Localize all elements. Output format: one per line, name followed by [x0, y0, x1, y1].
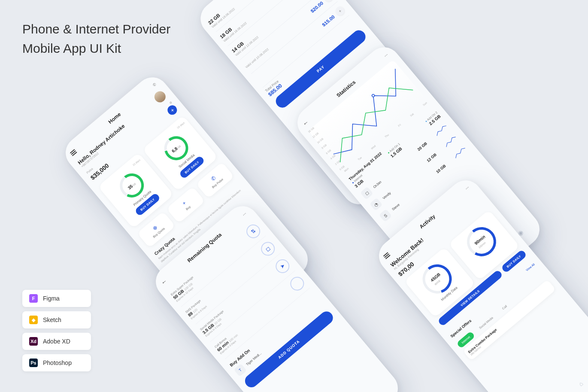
tool-icon: ◆ [29, 316, 38, 324]
days-left: 22 days [132, 158, 141, 166]
tool-item: F Figma [22, 290, 91, 307]
more-icon[interactable]: ⋯ [241, 211, 248, 217]
title-line-1: Phone & Internet Provider [22, 19, 170, 39]
menu-icon[interactable] [70, 149, 77, 156]
more-icon[interactable]: ⋯ [383, 52, 389, 58]
provider-icon: T [233, 363, 247, 377]
tool-item: ◆ Sketch [22, 311, 91, 328]
view-all-link[interactable]: View All [525, 262, 535, 271]
quota-type-icon: ⇅ [244, 222, 263, 241]
call-icon[interactable]: ✆ [152, 82, 158, 87]
ring-value: 45GB80GB [430, 272, 444, 286]
x-tick: Thu [384, 134, 389, 138]
tool-name: Adobe XD [43, 338, 70, 345]
plus-icon[interactable]: + [334, 5, 346, 17]
usage-ring: 90min130min [461, 221, 502, 262]
tool-icon: Xd [29, 337, 38, 346]
x-tick: Mon [344, 167, 349, 172]
quota-type-icon [288, 274, 307, 293]
more-icon[interactable]: ⋯ [464, 185, 471, 191]
friend-usage: 10 GB [435, 158, 453, 174]
x-tick: Fri [397, 123, 401, 127]
menu-icon[interactable] [383, 252, 391, 259]
friend-avatar: ◔ [370, 198, 383, 211]
quota-value: 35GB [127, 181, 136, 190]
tool-icon: Ps [29, 359, 38, 367]
quota-value: 6,8GB [171, 143, 182, 154]
price-amount: $15.00 [321, 14, 336, 27]
x-tick: Tue [358, 156, 363, 161]
tool-name: Sketch [43, 316, 61, 323]
title-line-2: Mobile App UI Kit [22, 39, 170, 58]
friend-avatar: S [379, 209, 392, 222]
price-amount: $20.00 [309, 0, 324, 14]
tool-item: Xd Adobe XD [22, 333, 91, 350]
avatar[interactable] [152, 89, 168, 105]
nav-shop-icon[interactable]: ⌂ [577, 380, 585, 388]
tile-icon: + [181, 200, 187, 206]
tool-icon: F [29, 294, 38, 303]
tile-icon: ⊕ [151, 224, 158, 231]
back-icon[interactable]: ← [301, 119, 310, 128]
tool-item: Ps Photoshop [22, 354, 91, 371]
tile-icon: ✆ [210, 175, 217, 182]
friend-avatar: ◻ [360, 186, 373, 200]
sparkline [434, 123, 450, 137]
plus-icon[interactable]: + [322, 0, 335, 3]
tool-name: Figma [43, 295, 60, 302]
bottom-nav: ⊞ ∿ ⌂ ◉ [523, 351, 588, 392]
quota-type-icon: ◻ [258, 239, 278, 258]
design-tools-list: F Figma ◆ Sketch Xd Adobe XD Ps Photosho… [22, 290, 91, 371]
x-tick: Wed [370, 145, 376, 150]
tool-name: Photoshop [43, 359, 72, 366]
days-left: 24 days [176, 122, 185, 129]
friend-usage: 20 GB [417, 136, 434, 152]
ring-sub: 80GB [434, 280, 441, 286]
ring-sub: 130min [478, 241, 486, 249]
sparkline [443, 134, 459, 149]
x-tick: Sun [422, 101, 427, 106]
friend-usage: 12 GB [426, 147, 444, 163]
ring-value: 90min130min [473, 234, 489, 249]
chart-point [371, 94, 375, 97]
sparkline [453, 145, 469, 160]
tile-label: Buy [185, 205, 191, 211]
quota-type-icon: ➤ [273, 256, 292, 276]
marketing-title: Phone & Internet Provider Mobile App UI … [22, 19, 170, 58]
x-tick: Sat [409, 112, 414, 117]
back-icon[interactable]: ← [159, 277, 168, 286]
